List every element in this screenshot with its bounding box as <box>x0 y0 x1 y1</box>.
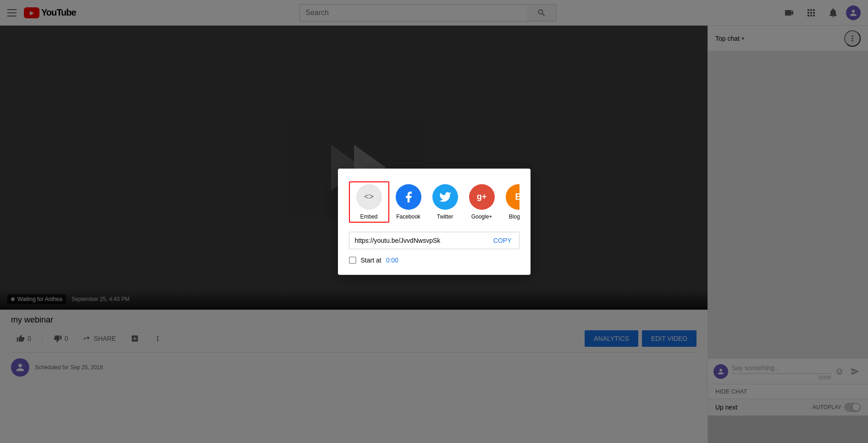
twitter-share-option[interactable]: Twitter <box>428 184 463 220</box>
blogger-icon: B <box>515 191 519 202</box>
blogger-share-option[interactable]: B Blogger <box>501 184 520 220</box>
embed-highlight: <> Embed Embed <box>349 181 389 223</box>
facebook-label: Facebook <box>396 213 420 220</box>
twitter-icon <box>439 191 452 203</box>
facebook-circle <box>396 184 421 210</box>
googleplus-share-option[interactable]: g+ Google+ <box>464 184 499 220</box>
twitter-circle <box>432 184 458 210</box>
googleplus-label: Google+ <box>471 213 492 220</box>
share-url-row: COPY <box>349 232 520 249</box>
embed-label: Embed <box>360 213 377 220</box>
googleplus-circle: g+ <box>469 184 495 210</box>
start-at-time: 0:00 <box>386 257 398 264</box>
start-at-row: Start at 0:00 <box>349 257 520 264</box>
blogger-label: Blogger <box>509 213 520 220</box>
embed-share-option[interactable]: <> Embed <box>352 184 387 220</box>
start-at-checkbox[interactable] <box>349 257 356 264</box>
share-modal: <> Embed Embed Facebook <box>338 169 531 275</box>
copy-button[interactable]: COPY <box>486 232 519 249</box>
blogger-circle: B <box>506 184 520 210</box>
facebook-icon <box>402 191 415 203</box>
embed-circle: <> <box>356 184 382 210</box>
googleplus-icon: g+ <box>477 192 487 202</box>
share-url-input[interactable] <box>349 232 486 249</box>
start-at-label: Start at <box>361 257 381 264</box>
share-modal-overlay[interactable]: <> Embed Embed Facebook <box>0 0 868 443</box>
twitter-label: Twitter <box>437 213 453 220</box>
embed-icon: <> <box>364 192 374 202</box>
facebook-share-option[interactable]: Facebook <box>391 184 426 220</box>
share-icons-row: <> Embed Embed Facebook <box>349 181 520 223</box>
